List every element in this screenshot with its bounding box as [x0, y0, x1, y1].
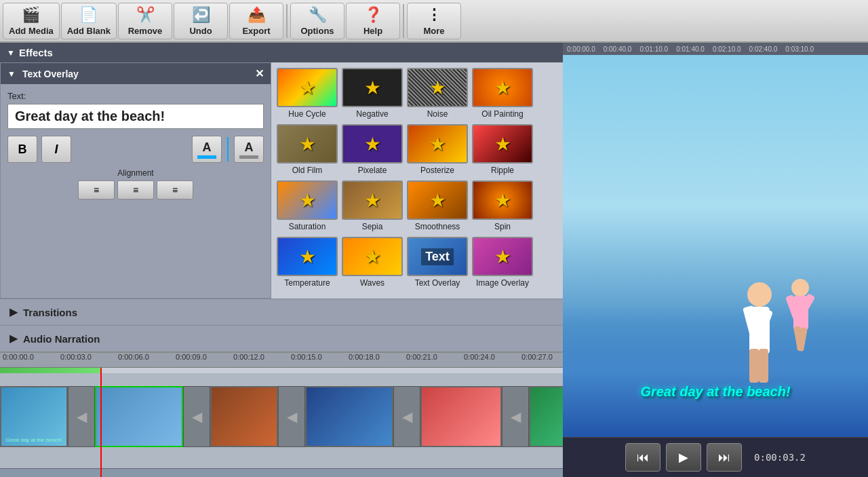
effect-posterize[interactable]: ★ Posterize	[407, 124, 468, 175]
play-button[interactable]: ▶	[666, 443, 701, 472]
transition-2[interactable]: ◀	[183, 386, 210, 447]
effect-image-overlay[interactable]: ★ Image Overlay	[472, 237, 533, 288]
align-right-button[interactable]: ≡	[157, 180, 193, 199]
noise-star-icon: ★	[429, 77, 446, 99]
temp-star-icon: ★	[299, 246, 316, 268]
align-center-icon: ≡	[133, 185, 138, 195]
effects-header[interactable]: ▼ Effects	[0, 43, 563, 62]
bold-button[interactable]: B	[7, 136, 37, 163]
text-shadow-picker[interactable]: A	[234, 136, 264, 163]
undo-label: Undo	[189, 26, 212, 36]
image-overlay-thumb: ★	[472, 237, 533, 276]
align-left-button[interactable]: ≡	[78, 180, 115, 199]
star-icon: ★	[299, 77, 316, 99]
transitions-header[interactable]: ▶ Transitions	[0, 299, 563, 325]
transition-3[interactable]: ◀	[278, 386, 305, 447]
spin-star-icon: ★	[494, 189, 511, 212]
slide-6[interactable]	[529, 386, 563, 447]
text-overlay-icon: Text	[421, 248, 454, 265]
text-shadow-icon: A	[245, 140, 254, 155]
play-icon: ▶	[679, 450, 688, 465]
effect-old-film[interactable]: ★ Old Film	[277, 124, 338, 175]
options-button[interactable]: 🔧 Options	[290, 3, 344, 39]
text-input[interactable]: Great day at the beach!	[7, 104, 264, 129]
hue-cycle-label: Hue Cycle	[288, 109, 326, 119]
text-overlay-thumb: Text	[407, 237, 468, 276]
slide-5[interactable]	[420, 386, 502, 447]
tick-0: 0:00:00.0	[3, 353, 34, 361]
slide-4[interactable]	[305, 386, 393, 447]
transition-5-icon: ◀	[511, 408, 521, 425]
effect-negative[interactable]: ★ Negative	[342, 68, 403, 119]
align-center-button[interactable]: ≡	[117, 180, 154, 199]
saturation-label: Saturation	[289, 222, 326, 231]
transition-4[interactable]: ◀	[393, 386, 420, 447]
slide-1[interactable]: Great day at the beach!	[0, 386, 68, 447]
transition-1[interactable]: ◀	[68, 386, 95, 447]
ripple-star-icon: ★	[494, 133, 511, 155]
text-color-icon: A	[203, 140, 212, 155]
video-preview: Great day at the beach!	[563, 55, 868, 437]
tick-5: 0:00:15.0	[291, 353, 322, 361]
posterize-star-icon: ★	[429, 133, 446, 155]
effect-ripple[interactable]: ★ Ripple	[472, 124, 533, 175]
italic-button[interactable]: I	[41, 136, 71, 163]
close-text-overlay-button[interactable]: ✕	[255, 67, 264, 80]
effect-hue-cycle[interactable]: ★ Hue Cycle	[277, 68, 338, 119]
oil-painting-label: Oil Painting	[481, 109, 523, 119]
transition-5[interactable]: ◀	[502, 386, 529, 447]
slide-3[interactable]	[210, 386, 278, 447]
effect-oil-painting[interactable]: ★ Oil Painting	[472, 68, 533, 119]
remove-button[interactable]: ✂️ Remove	[118, 3, 172, 39]
effect-text-overlay[interactable]: Text Text Overlay	[407, 237, 468, 288]
add-blank-button[interactable]: 📄 Add Blank	[61, 3, 117, 39]
audio-section: ▶ Audio Narration	[0, 325, 563, 351]
effect-pixelate[interactable]: ★ Pixelate	[342, 124, 403, 175]
options-label: Options	[300, 26, 334, 36]
alignment-row: Alignment ≡ ≡ ≡	[7, 168, 264, 199]
preview-tick-2: 0:01:10.0	[635, 45, 672, 53]
skip-forward-button[interactable]: ⏭	[707, 443, 742, 472]
temperature-label: Temperature	[284, 278, 330, 288]
tick-4: 0:00:12.0	[233, 353, 264, 361]
audio-header[interactable]: ▶ Audio Narration	[0, 326, 563, 351]
text-overlay-effect-label: Text Overlay	[415, 278, 460, 288]
tick-1: 0:00:03.0	[60, 353, 92, 361]
effect-noise[interactable]: ★ Noise	[407, 68, 468, 119]
slide-1-text: Great day at the beach!	[5, 437, 62, 443]
add-media-button[interactable]: 🎬 Add Media	[3, 3, 60, 39]
text-field-label: Text:	[7, 91, 264, 101]
timeline-cursor[interactable]	[100, 368, 102, 477]
tick-2: 0:00:06.0	[118, 353, 149, 361]
text-color-picker[interactable]: A	[192, 136, 222, 163]
transitions-section: ▶ Transitions	[0, 299, 563, 325]
alignment-buttons: ≡ ≡ ≡	[7, 180, 264, 199]
undo-button[interactable]: ↩️ Undo	[174, 3, 228, 39]
more-button[interactable]: ⋮ More	[407, 3, 461, 39]
tick-6: 0:00:18.0	[349, 353, 380, 361]
effect-saturation[interactable]: ★ Saturation	[277, 180, 338, 231]
tick-8: 0:00:24.0	[464, 353, 495, 361]
more-icon: ⋮	[427, 6, 441, 24]
timeline-tracks: Great day at the beach! ◀ ◀ ◀ ◀ ◀ ▶ ＋	[0, 368, 563, 477]
help-button[interactable]: ❓ Help	[346, 3, 400, 39]
pixelate-thumb: ★	[342, 124, 403, 164]
effect-waves[interactable]: ★ Waves	[342, 237, 403, 288]
posterize-label: Posterize	[420, 166, 454, 175]
neg-star-icon: ★	[364, 77, 381, 99]
export-button[interactable]: 📤 Export	[229, 3, 283, 39]
effect-spin[interactable]: ★ Spin	[472, 180, 533, 231]
effect-sepia[interactable]: ★ Sepia	[342, 180, 403, 231]
effect-smoothness[interactable]: ★ Smoothness	[407, 180, 468, 231]
audio-track: ▁▂▃▂▁▃▄▃▂▁▂▃▄▅▄▃▂▁▂▃▄▃▂▁▃▂▁▂▃▄▅▄▃▂▃▄▃▂▁▂…	[0, 468, 563, 477]
slide-2[interactable]	[95, 386, 183, 447]
add-media-icon: 🎬	[22, 6, 40, 24]
time-display: 0:00:03.2	[754, 452, 806, 463]
ripple-thumb: ★	[472, 124, 533, 164]
text-shadow-bar	[239, 155, 258, 159]
transitions-title: Transitions	[23, 307, 77, 318]
rewind-button[interactable]: ⏮	[625, 443, 660, 472]
effect-temperature[interactable]: ★ Temperature	[277, 237, 338, 288]
timeline-progress-bar-bg	[0, 368, 563, 373]
rewind-icon: ⏮	[637, 451, 649, 465]
